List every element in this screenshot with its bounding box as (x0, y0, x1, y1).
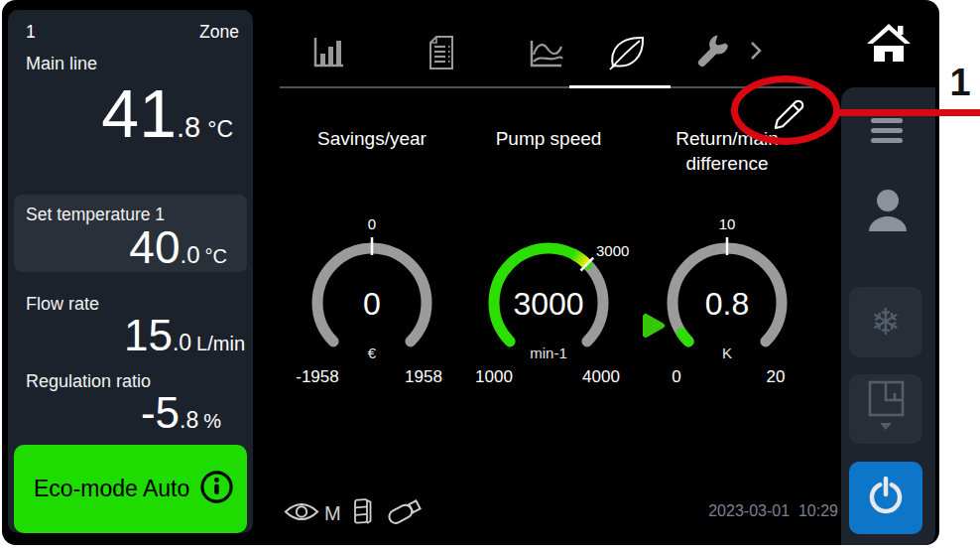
zone-panel: 1 Zone Main line 41.8°C Set temperature … (8, 10, 253, 533)
bar-chart-icon (310, 35, 346, 70)
gauge-savings-min: -1958 (296, 367, 338, 386)
zone-select-icon (864, 379, 908, 439)
eco-mode-button[interactable]: Eco-mode Auto (14, 445, 247, 533)
gauge-return-diff: 10 0.8 K 0 20 (643, 211, 811, 390)
annotation-number: 1 (940, 62, 980, 104)
chevron-right-icon (749, 40, 763, 66)
home-button[interactable] (845, 8, 932, 81)
set-temperature-value: 40.0°C (14, 224, 227, 270)
zone-label: Zone (199, 22, 239, 43)
monitor-mode-letter: M (324, 502, 341, 525)
flow-rate-value: 15.0L/min (8, 314, 245, 357)
zone-number: 1 (26, 22, 36, 43)
power-button[interactable] (849, 462, 922, 534)
gauge-pump-speed: 3000 3000 min-1 1000 4000 (464, 211, 633, 390)
tab-eco[interactable] (607, 32, 647, 73)
tab-service[interactable] (692, 32, 732, 73)
gauge-savings: 0 0 € -1958 1958 (288, 211, 456, 390)
eye-icon (284, 499, 319, 528)
gauge-return-diff-top-tick: 10 (719, 215, 736, 232)
main-line-label: Main line (26, 54, 97, 74)
gauge-pump-speed-max: 4000 (582, 367, 620, 386)
power-icon (865, 476, 907, 521)
defrost-button[interactable]: ❄ (849, 287, 922, 357)
main-line-value: 41.8°C (8, 79, 233, 147)
annotation-line (833, 109, 980, 116)
gauge-savings-value: 0 (363, 286, 381, 322)
datetime-display: 2023-03-01 10:29 (645, 502, 838, 520)
regulation-ratio-value: -5.8% (8, 391, 221, 435)
info-icon[interactable] (198, 469, 235, 509)
tabs-more-button[interactable] (744, 38, 768, 68)
regulation-ratio-label: Regulation ratio (26, 371, 151, 392)
home-icon (867, 22, 911, 68)
gauge-savings-label: Savings/year (293, 127, 451, 152)
wrench-icon (694, 35, 730, 70)
set-temperature-tile[interactable]: Set temperature 1 40.0°C (14, 195, 247, 272)
gauge-pump-speed-label: Pump speed (469, 127, 628, 152)
zones-button[interactable] (849, 374, 922, 444)
user-icon (866, 187, 910, 238)
gauge-return-diff-max: 20 (767, 367, 786, 386)
gauge-pump-speed-unit: min-1 (530, 344, 567, 361)
user-button[interactable] (862, 187, 914, 238)
gauge-return-diff-min: 0 (672, 367, 680, 386)
eco-mode-label: Eco-mode Auto (34, 476, 189, 502)
gauge-return-diff-value: 0.8 (705, 286, 749, 322)
tab-trends[interactable] (527, 32, 566, 73)
tab-statistics[interactable] (308, 32, 348, 73)
gauge-return-diff-unit: K (722, 344, 732, 361)
tab-report[interactable] (422, 32, 461, 73)
gauge-pump-speed-min: 1000 (475, 367, 513, 386)
flow-rate-label: Flow rate (26, 294, 99, 315)
selected-tab-underline (569, 85, 671, 88)
snowflake-icon: ❄ (870, 301, 901, 344)
usb-stick-icon (385, 496, 425, 530)
zone-header: 1 Zone (26, 22, 239, 43)
gauge-savings-top-tick: 0 (368, 215, 376, 232)
setpoint-arrow-icon (646, 317, 662, 335)
module-icon (352, 496, 374, 530)
menu-button[interactable] (871, 118, 903, 148)
document-icon (426, 35, 457, 70)
leaf-icon (607, 34, 647, 71)
gauge-savings-unit: € (368, 344, 377, 361)
gauge-pump-speed-tick: 3000 (596, 242, 629, 259)
annotation-circle (731, 75, 840, 145)
gauge-pump-speed-value: 3000 (513, 286, 583, 322)
tabbar-divider (280, 86, 823, 88)
line-chart-icon (528, 35, 565, 70)
menu-icon (871, 118, 903, 123)
gauge-savings-max: 1958 (405, 367, 442, 386)
status-bar: M (284, 498, 425, 528)
